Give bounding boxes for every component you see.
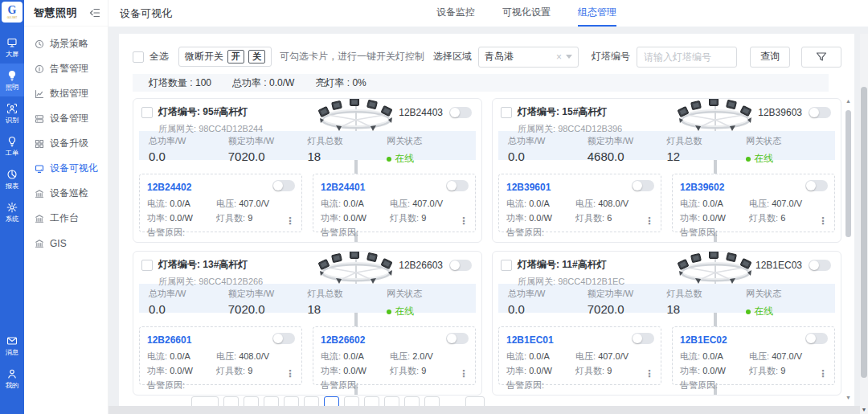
page-title: 设备可视化 [120,0,172,27]
branch-switch-toggle[interactable] [805,333,828,344]
rated-power-value: 4680.0 [588,150,667,163]
pagination-page-button[interactable] [384,396,399,406]
app-logo[interactable]: GGUI-SMT [2,2,23,23]
pagination-next-button[interactable] [465,396,485,406]
branch-switch-toggle[interactable] [805,180,828,191]
pagination-page-button[interactable] [324,396,339,406]
sidebar-item-data-mgmt[interactable]: 数据管理 [24,81,108,106]
more-menu-icon[interactable]: ⋮ [645,368,654,379]
breaker-on-button[interactable]: 开 [227,50,244,64]
branch-id-link[interactable]: 12B26601 [147,334,191,346]
tower-switch-toggle[interactable] [449,107,472,118]
pagination-page-button[interactable] [344,396,359,406]
gateway-status: 在线 [746,152,825,166]
branch-card: 12B1EC02 电流: 0.0/A 电压: 407.0/V 功率: 0.0/W… [672,326,835,385]
tower-gateway: 所属网关: 98CC4D12B244 [158,123,263,135]
scroll-up-icon[interactable]: ▲ [845,98,852,105]
gateway-status: 在线 [746,305,825,318]
search-button[interactable]: 查询 [750,47,790,68]
sidebar-item-device-mgmt[interactable]: 设备管理 [24,106,108,131]
select-all-checkbox[interactable] [133,51,144,63]
pagination-page-button[interactable] [364,396,379,406]
region-select[interactable]: 青岛港 × [478,47,579,68]
branch-switch-toggle[interactable] [632,333,654,344]
rail-item-big-screen[interactable]: 大屏 [0,31,24,64]
pagination-page-button[interactable] [424,396,440,406]
rail-item-message[interactable]: 消息 [0,329,24,362]
cards-scrollbar[interactable]: ▲ ▼ [845,98,852,406]
branch-lamps: 灯具数: 9 [390,212,468,224]
branch-alarm-label: 告警原因: [506,379,653,391]
more-menu-icon[interactable]: ⋮ [459,368,469,379]
card-checkbox[interactable] [141,260,153,271]
tab-visual-settings[interactable]: 可视化设置 [502,0,551,27]
tower-switch-toggle[interactable] [809,260,831,271]
branch-switch-toggle[interactable] [446,180,469,191]
pagination-page-button[interactable] [223,396,239,406]
sidebar-item-workbench[interactable]: 工作台 [24,206,108,231]
card-checkbox[interactable] [501,260,512,271]
more-menu-icon[interactable]: ⋮ [818,215,828,227]
branch-switch-toggle[interactable] [272,180,295,191]
sidebar-item-alarm-mgmt[interactable]: 告警管理 [24,56,108,81]
pagination-page-button[interactable] [284,396,299,406]
branch-id-link[interactable]: 12B26602 [321,334,365,346]
branch-switch-toggle[interactable] [632,180,654,191]
scrollbar-thumb[interactable] [845,110,851,237]
branch-id-link[interactable]: 12B24401 [321,182,365,193]
clear-icon[interactable]: × [556,51,562,63]
branch-id-link[interactable]: 12B1EC02 [680,334,727,346]
sidebar-item-device-visual[interactable]: 设备可视化 [24,156,108,181]
pagination-page-button[interactable] [244,396,259,406]
scroll-down-icon[interactable]: ▼ [845,395,852,401]
tower-gateway: 所属网关: 98CC4D12B396 [518,123,622,135]
window-scrollbar[interactable]: ▼ [860,34,868,414]
card-checkbox[interactable] [501,107,512,118]
server-icon [35,114,44,124]
tower-switch-toggle[interactable] [809,107,831,118]
pagination-page-button[interactable] [404,396,420,406]
branch-id-link[interactable]: 12B1EC01 [506,334,554,346]
tower-no-label: 灯塔编号 [592,50,630,64]
branch-switch-toggle[interactable] [446,333,469,344]
lamp-total-value: 12 [667,150,747,163]
more-menu-icon[interactable]: ⋮ [285,368,295,379]
card-checkbox[interactable] [141,107,153,118]
rail-item-lighting[interactable]: 照明 [0,64,24,96]
more-menu-icon[interactable]: ⋮ [818,368,828,379]
pagination [191,396,485,406]
window-scroll-down-icon[interactable]: ▼ [860,407,868,412]
more-menu-icon[interactable]: ⋮ [285,215,295,227]
sidebar-item-device-upgrade[interactable]: 设备升级 [24,131,108,156]
rail-item-system[interactable]: 系统 [0,195,24,228]
breaker-off-button[interactable]: 关 [248,50,265,64]
tower-switch-toggle[interactable] [449,260,472,271]
branch-id-link[interactable]: 12B24402 [147,182,191,193]
more-menu-icon[interactable]: ⋮ [645,215,654,227]
tower-stats-strip: 总功率/W0.0 额定功率/W7020.0 灯具总数18 网关状态在线 [139,284,476,313]
tab-device-monitor[interactable]: 设备监控 [436,0,475,27]
sidebar-item-scene-strategy[interactable]: 场景策略 [24,31,108,56]
filter-funnel-button[interactable] [801,47,841,68]
branch-power: 功率: 0.0/W [506,365,575,377]
branch-id-link[interactable]: 12B39602 [680,182,724,193]
pagination-prev-button[interactable] [191,396,219,406]
more-menu-icon[interactable]: ⋮ [459,215,469,227]
rail-item-recognition[interactable]: 识别 [0,96,24,129]
window-scrollbar-thumb[interactable] [861,87,867,378]
pagination-page-button[interactable] [264,396,279,406]
branch-switch-toggle[interactable] [272,333,295,344]
sidebar-item-gis[interactable]: GIS [24,231,108,256]
tab-config-mgmt[interactable]: 组态管理 [578,0,616,27]
branch-id-link[interactable]: 12B39601 [506,182,551,193]
menu-fold-icon[interactable] [89,7,100,18]
total-power-value: 0.0 [508,302,588,316]
tower-no-input[interactable] [637,47,737,68]
rail-item-mine[interactable]: 我的 [0,362,24,395]
rail-item-work-order[interactable]: 工单 [0,129,24,162]
pagination-page-button[interactable] [304,396,319,406]
sidebar-item-device-inspect[interactable]: 设备巡检 [24,181,108,206]
online-dot-icon [746,157,751,162]
rail-item-label: 我的 [6,382,19,388]
rail-item-report[interactable]: 报表 [0,162,24,195]
